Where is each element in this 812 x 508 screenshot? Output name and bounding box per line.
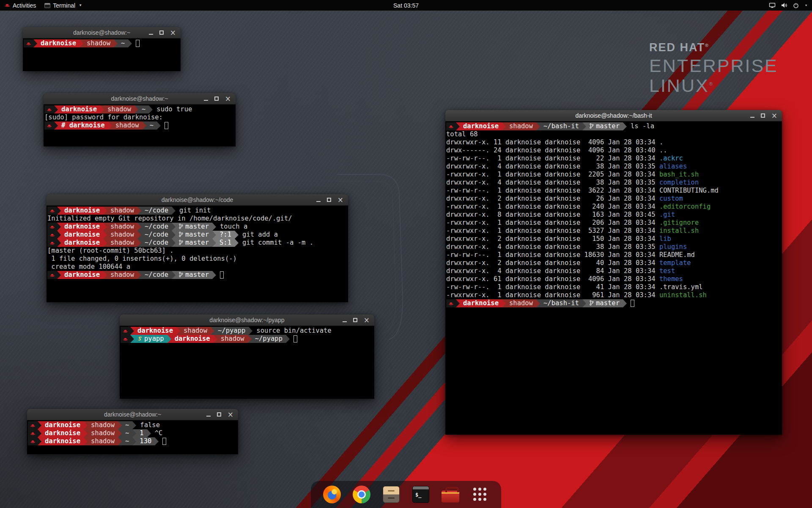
terminal-window[interactable]: darknoise@shadow:~/bash-it×darknoiseshad… — [445, 110, 782, 435]
powerline-separator — [172, 239, 176, 247]
maximize-button[interactable] — [217, 412, 221, 417]
close-button[interactable]: × — [364, 317, 370, 323]
redhat-fedora-icon — [44, 121, 54, 130]
terminal-line: -rw-rw-r--. 1 darknoise darknoise 18630 … — [446, 251, 781, 259]
file-name: .git — [659, 211, 675, 218]
minimize-button[interactable] — [206, 413, 211, 417]
file-name: test — [659, 267, 675, 275]
terminal-content[interactable]: darknoiseshadow~/bash-itmasterls -latota… — [445, 121, 782, 435]
terminal-line: -rw-rw-r--. 1 darknoise darknoise 3622 J… — [446, 187, 781, 195]
minimize-button[interactable] — [204, 97, 208, 101]
output-text: drwxrwxr-x. 4 darknoise darknoise 38 Jan… — [446, 179, 659, 186]
window-buttons: × — [204, 93, 231, 104]
minimize-button[interactable] — [343, 318, 347, 322]
terminal-line: -rw-rw-r--. 1 darknoise darknoise 41 Jan… — [446, 283, 781, 291]
terminal-line: drwxrwxr-x. 2 darknoise darknoise 26 Jan… — [446, 195, 781, 203]
command-text: git init — [179, 207, 211, 214]
dock-chrome[interactable] — [352, 485, 371, 504]
terminal-window[interactable]: darknoise@shadow:~×darknoiseshadow~sudo … — [44, 93, 236, 146]
prompt-segment-user: darknoise — [41, 429, 84, 437]
prompt-segment-gitst: S:1 — [216, 239, 235, 247]
terminal-line: total 68 — [446, 130, 781, 138]
terminal-content[interactable]: darknoiseshadow~ — [23, 39, 181, 71]
output-text: drwxrwxr-x. 4 darknoise darknoise 38 Jan… — [446, 243, 659, 251]
system-status-area[interactable]: ▾ — [769, 0, 812, 11]
terminal-line: 1 file changed, 0 insertions(+), 0 delet… — [47, 255, 347, 263]
window-titlebar[interactable]: darknoise@shadow:~/bash-it× — [445, 110, 782, 121]
app-menu-button[interactable]: Terminal ▼ — [40, 0, 86, 11]
powerline-separator — [536, 299, 540, 307]
window-titlebar[interactable]: darknoise@shadow:~× — [23, 27, 181, 39]
terminal-window[interactable]: darknoise@shadow:~/code×darknoiseshadow~… — [47, 194, 348, 302]
output-text: [sudo] password for darknoise: — [44, 113, 163, 121]
file-name: completion — [659, 179, 699, 186]
brand-red-hat: RED HAT® — [649, 41, 778, 53]
dock-terminal[interactable] — [411, 485, 430, 504]
terminal-line: darknoiseshadow~/codemaster?:1git add a — [47, 231, 347, 239]
terminal-line: darknoiseshadow~1^C — [28, 429, 237, 437]
window-titlebar[interactable]: darknoise@shadow:~× — [44, 93, 236, 105]
window-titlebar[interactable]: darknoise@shadow:~/code× — [47, 194, 348, 206]
powerline-separator — [103, 231, 107, 239]
clock[interactable]: Sat 03:57 — [393, 2, 419, 9]
output-text: drwxrwxr-x. 8 darknoise darknoise 163 Ja… — [446, 211, 659, 218]
minimize-button[interactable] — [149, 31, 153, 35]
maximize-button[interactable] — [214, 97, 219, 101]
powerline-separator — [212, 223, 216, 231]
minimize-button[interactable] — [316, 198, 321, 202]
maximize-button[interactable] — [353, 318, 357, 322]
prompt-segment-host: shadow — [83, 39, 114, 47]
redhat-fedora-icon — [47, 271, 57, 279]
prompt-segment-user: darknoise — [61, 223, 103, 231]
prompt-segment-user: darknoise — [171, 335, 214, 343]
output-text: 1 file changed, 0 insertions(+), 0 delet… — [47, 255, 237, 262]
dock-files[interactable] — [382, 485, 401, 504]
window-titlebar[interactable]: darknoise@shadow:~/pyapp× — [120, 315, 374, 326]
registered-mark: ® — [709, 81, 714, 86]
activities-button[interactable]: Activities — [0, 0, 40, 11]
rhel-branding: RED HAT® ENTERPRISE LINUX® — [649, 41, 778, 96]
file-name: .gitignore — [659, 219, 699, 226]
window-title: darknoise@shadow:~/bash-it — [575, 112, 652, 119]
close-button[interactable]: × — [225, 96, 231, 102]
maximize-button[interactable] — [327, 198, 331, 202]
command-text: ls -la — [631, 122, 654, 130]
terminal-window[interactable]: darknoise@shadow:~×darknoiseshadow~ — [23, 27, 181, 71]
terminal-content[interactable]: darknoiseshadow~/pyappsource bin/activat… — [120, 326, 374, 399]
prompt-segment-host: shadow — [88, 429, 118, 437]
close-button[interactable]: × — [170, 30, 176, 36]
dock-toolbox[interactable] — [441, 485, 460, 504]
terminal-line: -rw-rw-r--. 1 darknoise darknoise 22 Jan… — [446, 155, 781, 163]
close-button[interactable]: × — [337, 197, 343, 203]
close-button[interactable]: × — [771, 113, 777, 119]
powerline-separator — [623, 122, 627, 130]
terminal-line: drwx------. 24 darknoise darknoise 4096 … — [446, 146, 781, 155]
powerline-separator — [582, 122, 586, 130]
powerline-separator — [155, 437, 159, 445]
close-button[interactable]: × — [228, 411, 233, 417]
terminal-line: drwxrwxr-x. 2 darknoise darknoise 40 Jan… — [446, 259, 781, 267]
window-titlebar[interactable]: darknoise@shadow:~× — [27, 409, 238, 420]
terminal-content[interactable]: darknoiseshadow~/codegit initInitialized… — [47, 206, 348, 302]
powerline-separator — [118, 437, 122, 445]
dock-app-grid[interactable] — [471, 485, 489, 504]
maximize-button[interactable] — [761, 113, 765, 118]
powerline-separator — [80, 39, 83, 47]
powerline-separator — [456, 299, 460, 307]
prompt-segment-path: ~ — [122, 421, 132, 429]
dock-firefox[interactable] — [323, 485, 341, 504]
prompt-segment-path: ~ — [122, 429, 132, 437]
powerline-separator — [108, 121, 112, 130]
terminal-content[interactable]: darknoiseshadow~sudo true[sudo] password… — [44, 105, 236, 146]
prompt-segment-host: shadow — [107, 239, 137, 247]
powerline-separator — [456, 122, 460, 130]
terminal-content[interactable]: darknoiseshadow~falsedarknoiseshadow~1^C… — [27, 420, 238, 454]
redhat-fedora-icon — [121, 327, 130, 335]
prompt-segment-host: shadow — [506, 122, 536, 130]
terminal-window[interactable]: darknoise@shadow:~/pyapp×darknoiseshadow… — [120, 315, 374, 399]
minimize-button[interactable] — [750, 114, 754, 118]
maximize-button[interactable] — [159, 30, 164, 35]
terminal-window[interactable]: darknoise@shadow:~×darknoiseshadow~false… — [27, 409, 238, 454]
powerline-separator — [118, 421, 122, 429]
prompt-segment-user: darknoise — [61, 207, 103, 215]
